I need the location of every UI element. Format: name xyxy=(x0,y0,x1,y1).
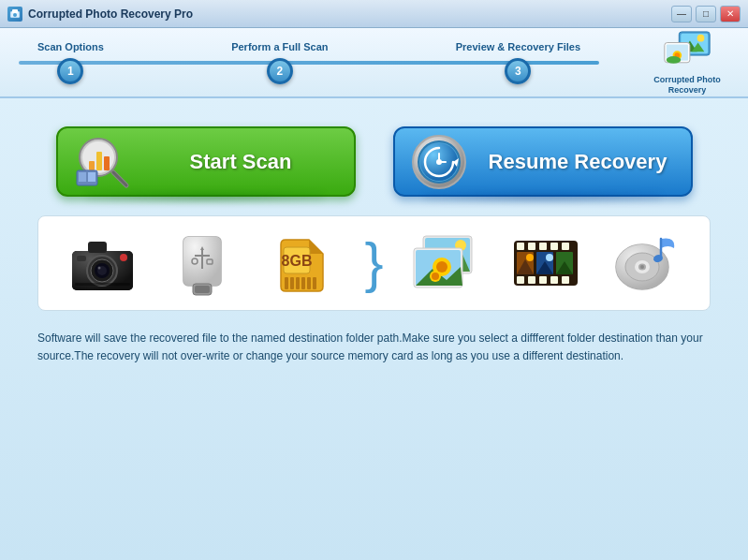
svg-rect-40 xyxy=(75,283,130,286)
svg-rect-52 xyxy=(296,277,300,289)
app-logo: Corrupted Photo Recovery xyxy=(645,30,729,96)
svg-point-39 xyxy=(120,254,127,261)
wizard-step-2: Perform a Full Scan 2 xyxy=(231,41,328,84)
main-content: Start Scan xyxy=(0,98,748,560)
svg-rect-38 xyxy=(77,256,86,261)
svg-rect-21 xyxy=(79,172,86,182)
media-icons-box: 8GB } xyxy=(37,215,711,311)
info-text: Software will save the recovered file to… xyxy=(37,330,711,365)
svg-rect-51 xyxy=(290,277,294,289)
svg-point-82 xyxy=(526,254,534,261)
resume-recovery-label: Resume Recovery xyxy=(479,150,677,174)
svg-point-12 xyxy=(667,56,681,64)
step3-circle: 3 xyxy=(505,58,531,84)
svg-point-37 xyxy=(97,267,100,270)
titlebar: Corrupted Photo Recovery Pro — □ ✕ xyxy=(0,0,748,28)
svg-rect-22 xyxy=(88,172,95,182)
svg-point-66 xyxy=(436,261,447,273)
window-controls: — □ ✕ xyxy=(671,6,741,22)
film-strip-icon xyxy=(508,230,583,296)
logo-text: Corrupted Photo Recovery xyxy=(653,75,721,96)
resume-recovery-button[interactable]: Resume Recovery xyxy=(393,126,693,197)
svg-point-7 xyxy=(697,34,705,41)
step1-label: Scan Options xyxy=(37,41,104,52)
svg-rect-1 xyxy=(12,9,18,13)
wizard-steps: Scan Options 1 Perform a Full Scan 2 Pre… xyxy=(19,41,599,84)
svg-rect-71 xyxy=(528,243,535,250)
svg-rect-79 xyxy=(562,276,569,284)
svg-point-2 xyxy=(13,13,17,17)
svg-rect-16 xyxy=(96,152,102,170)
scan-icon xyxy=(72,131,133,192)
svg-line-19 xyxy=(113,172,126,185)
svg-rect-17 xyxy=(104,156,110,170)
start-scan-button[interactable]: Start Scan xyxy=(56,126,356,197)
start-scan-label: Start Scan xyxy=(142,150,340,174)
svg-rect-15 xyxy=(89,161,95,170)
camera-icon xyxy=(65,230,139,296)
svg-rect-54 xyxy=(307,277,311,289)
resume-icon xyxy=(409,131,470,192)
svg-rect-78 xyxy=(550,276,558,284)
svg-rect-74 xyxy=(562,243,569,250)
usb-drive-icon xyxy=(165,230,240,296)
svg-rect-73 xyxy=(550,243,558,250)
svg-rect-55 xyxy=(313,277,316,289)
svg-point-85 xyxy=(546,254,553,261)
svg-point-68 xyxy=(432,273,439,280)
photos-icon xyxy=(408,230,483,296)
maximize-button[interactable]: □ xyxy=(696,6,716,22)
svg-rect-70 xyxy=(517,243,524,250)
svg-point-93 xyxy=(640,265,644,269)
app-title: Corrupted Photo Recovery Pro xyxy=(28,7,193,21)
step3-label: Preview & Recovery Files xyxy=(456,41,580,52)
close-button[interactable]: ✕ xyxy=(720,6,741,22)
buttons-row: Start Scan xyxy=(37,126,711,197)
svg-rect-77 xyxy=(539,276,547,284)
svg-rect-32 xyxy=(88,242,107,253)
svg-rect-53 xyxy=(301,277,305,289)
wizard-bar: Scan Options 1 Perform a Full Scan 2 Pre… xyxy=(0,28,748,98)
step2-label: Perform a Full Scan xyxy=(231,41,328,52)
audio-icon xyxy=(609,230,683,296)
svg-rect-76 xyxy=(528,276,535,284)
app-icon xyxy=(7,7,22,22)
svg-rect-50 xyxy=(285,277,288,289)
svg-rect-72 xyxy=(539,243,547,250)
wizard-step-1: Scan Options 1 xyxy=(37,41,104,84)
minimize-button[interactable]: — xyxy=(671,6,692,22)
step2-circle: 2 xyxy=(267,58,293,84)
sd-card-icon: 8GB xyxy=(265,230,340,296)
svg-rect-49 xyxy=(195,286,210,293)
brace-separator: } xyxy=(364,235,383,291)
svg-rect-75 xyxy=(517,276,524,284)
titlebar-left: Corrupted Photo Recovery Pro xyxy=(7,7,193,22)
step1-circle: 1 xyxy=(57,58,83,84)
svg-text:8GB: 8GB xyxy=(282,253,313,269)
wizard-step-3: Preview & Recovery Files 3 xyxy=(456,41,580,84)
